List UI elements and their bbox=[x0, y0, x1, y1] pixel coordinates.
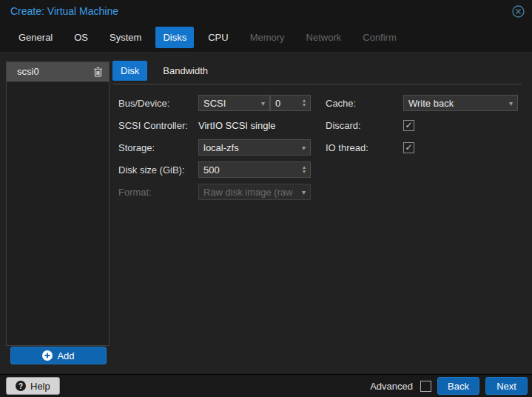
spinner-arrows-icon[interactable]: ▴ ▾ bbox=[303, 99, 306, 107]
chevron-down-icon: ▾ bbox=[302, 144, 306, 152]
bus-device-select[interactable]: SCSI ▾ bbox=[198, 95, 270, 111]
form-left-column: Bus/Device: SCSI ▾ 0 ▴ ▾ SCSI Controller… bbox=[118, 95, 318, 206]
disk-size-row: Disk size (GiB): 500 ▴ ▾ bbox=[118, 161, 318, 178]
tab-disks[interactable]: Disks bbox=[155, 27, 194, 48]
tab-confirm: Confirm bbox=[355, 27, 404, 48]
disk-list-item-scsi0[interactable]: scsi0 bbox=[7, 62, 109, 81]
storage-value: local-zfs bbox=[203, 142, 239, 153]
form-right-column: Cache: Write back ▾ Discard: ✓ IO thread… bbox=[326, 95, 525, 161]
add-button-label: Add bbox=[57, 350, 74, 361]
chevron-down-icon: ▾ bbox=[509, 99, 513, 107]
dialog-footer: ? Help Advanced Back Next bbox=[0, 374, 532, 397]
scsi-controller-label: SCSI Controller: bbox=[118, 120, 198, 131]
tab-memory: Memory bbox=[243, 27, 292, 48]
trash-icon[interactable] bbox=[93, 67, 103, 77]
bus-device-value: SCSI bbox=[203, 98, 226, 109]
tab-network: Network bbox=[299, 27, 349, 48]
discard-row: Discard: ✓ bbox=[326, 117, 525, 133]
disks-tab-content: scsi0 Add Disk Bandwidth Bus/Device: SCS bbox=[0, 54, 532, 374]
tab-cpu[interactable]: CPU bbox=[201, 27, 235, 48]
back-button[interactable]: Back bbox=[437, 377, 479, 395]
chevron-down-icon: ▾ bbox=[261, 99, 265, 107]
storage-select[interactable]: local-zfs ▾ bbox=[198, 139, 311, 156]
tab-general[interactable]: General bbox=[11, 27, 60, 48]
footer-right-group: Advanced Back Next bbox=[370, 377, 528, 395]
format-select-disabled: Raw disk image (raw ▾ bbox=[198, 184, 311, 200]
help-button-label: Help bbox=[30, 381, 50, 392]
io-thread-label: IO thread: bbox=[326, 142, 403, 153]
format-value: Raw disk image (raw bbox=[203, 187, 293, 198]
check-icon: ✓ bbox=[405, 120, 412, 130]
format-label: Format: bbox=[118, 187, 198, 198]
spin-down-icon[interactable]: ▾ bbox=[303, 170, 306, 174]
plus-circle-icon bbox=[42, 350, 53, 361]
help-icon: ? bbox=[16, 381, 26, 391]
chevron-down-icon: ▾ bbox=[302, 188, 306, 196]
check-icon: ✓ bbox=[405, 142, 412, 153]
tab-system[interactable]: System bbox=[102, 27, 149, 48]
help-button[interactable]: ? Help bbox=[6, 377, 60, 395]
cache-select[interactable]: Write back ▾ bbox=[403, 95, 518, 111]
close-icon[interactable] bbox=[512, 5, 525, 18]
discard-checkbox[interactable]: ✓ bbox=[403, 120, 414, 131]
disk-subtabs: Disk Bandwidth bbox=[112, 58, 522, 84]
storage-row: Storage: local-zfs ▾ bbox=[118, 139, 318, 156]
bus-device-row: Bus/Device: SCSI ▾ 0 ▴ ▾ bbox=[118, 95, 318, 111]
io-thread-row: IO thread: ✓ bbox=[326, 139, 525, 156]
disk-size-stepper[interactable]: 500 ▴ ▾ bbox=[198, 161, 311, 178]
dialog-titlebar: Create: Virtual Machine bbox=[0, 0, 532, 22]
disk-size-value: 500 bbox=[203, 164, 220, 176]
disk-list-panel: scsi0 bbox=[6, 61, 110, 346]
bus-device-label: Bus/Device: bbox=[118, 98, 198, 109]
add-disk-button[interactable]: Add bbox=[10, 347, 107, 364]
disk-item-label: scsi0 bbox=[17, 66, 39, 77]
storage-label: Storage: bbox=[118, 142, 198, 153]
format-row: Format: Raw disk image (raw ▾ bbox=[118, 184, 318, 200]
tab-os[interactable]: OS bbox=[67, 27, 95, 48]
subtab-bandwidth[interactable]: Bandwidth bbox=[155, 61, 216, 81]
wizard-tabbar: General OS System Disks CPU Memory Netwo… bbox=[0, 22, 532, 53]
dialog-title: Create: Virtual Machine bbox=[10, 5, 118, 17]
bus-device-number: 0 bbox=[275, 98, 280, 109]
discard-label: Discard: bbox=[326, 120, 403, 131]
subtab-disk[interactable]: Disk bbox=[112, 61, 147, 81]
advanced-checkbox[interactable] bbox=[420, 381, 431, 392]
advanced-label: Advanced bbox=[370, 381, 413, 392]
cache-row: Cache: Write back ▾ bbox=[326, 95, 525, 111]
scsi-controller-value: VirtIO SCSI single bbox=[198, 120, 276, 131]
cache-label: Cache: bbox=[326, 98, 403, 109]
bus-device-number-stepper[interactable]: 0 ▴ ▾ bbox=[270, 95, 311, 111]
next-button[interactable]: Next bbox=[485, 377, 528, 395]
scsi-controller-row: SCSI Controller: VirtIO SCSI single bbox=[118, 117, 318, 133]
cache-value: Write back bbox=[408, 98, 454, 109]
spin-down-icon[interactable]: ▾ bbox=[303, 103, 306, 107]
io-thread-checkbox[interactable]: ✓ bbox=[403, 142, 414, 153]
spinner-arrows-icon[interactable]: ▴ ▾ bbox=[303, 165, 306, 174]
disk-size-label: Disk size (GiB): bbox=[118, 164, 198, 176]
